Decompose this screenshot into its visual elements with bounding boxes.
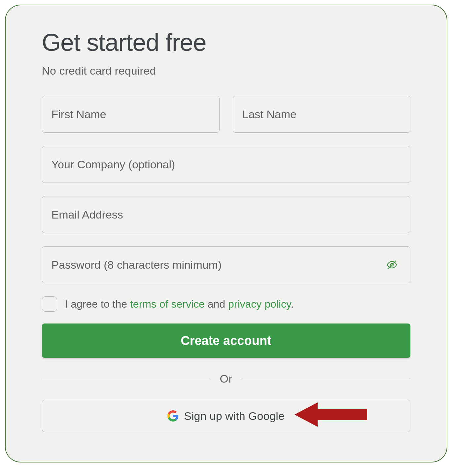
email-row (42, 196, 410, 233)
create-account-button[interactable]: Create account (42, 323, 410, 358)
divider-line-right (241, 379, 410, 379)
name-row (42, 96, 410, 133)
signup-card: Get started free No credit card required… (5, 5, 447, 462)
divider-line-left (42, 379, 211, 379)
sign-up-with-google-button[interactable]: Sign up with Google (42, 400, 410, 432)
company-input[interactable] (42, 146, 410, 183)
svg-marker-2 (295, 402, 367, 427)
password-visibility-toggle-icon[interactable] (385, 258, 399, 271)
agree-suffix: . (291, 298, 294, 310)
divider: Or (42, 372, 410, 385)
last-name-input[interactable] (233, 96, 410, 133)
annotation-arrow-icon (295, 400, 367, 432)
privacy-policy-link[interactable]: privacy policy (228, 298, 291, 310)
page-title: Get started free (42, 28, 410, 56)
password-row (42, 246, 410, 283)
password-input[interactable] (42, 246, 410, 283)
terms-agree-text: I agree to the terms of service and priv… (65, 298, 294, 310)
email-input[interactable] (42, 196, 410, 233)
divider-label: Or (220, 372, 232, 385)
google-icon (167, 410, 179, 422)
agree-middle: and (205, 298, 228, 310)
terms-agree-checkbox[interactable] (42, 296, 57, 312)
terms-agree-row: I agree to the terms of service and priv… (42, 296, 410, 312)
company-row (42, 146, 410, 183)
agree-prefix: I agree to the (65, 298, 130, 310)
terms-of-service-link[interactable]: terms of service (130, 298, 205, 310)
google-button-label: Sign up with Google (184, 410, 284, 423)
subtitle: No credit card required (42, 64, 410, 77)
first-name-input[interactable] (42, 96, 220, 133)
